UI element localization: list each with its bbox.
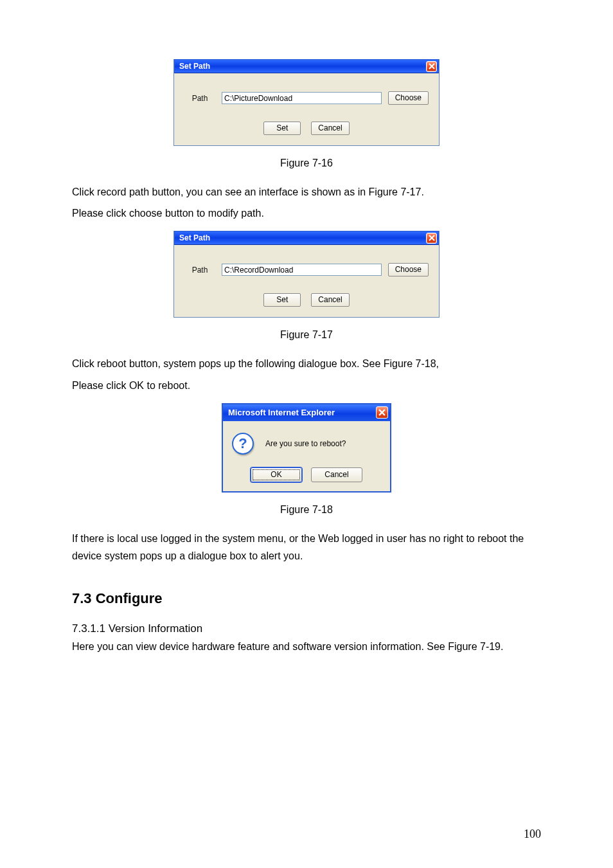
- set-button[interactable]: Set: [263, 122, 301, 135]
- close-icon[interactable]: [426, 233, 437, 244]
- question-icon: ?: [232, 433, 254, 455]
- path-label: Path: [184, 266, 215, 275]
- set-path-dialog-1: Set Path Path Choose Set Cancel: [173, 59, 440, 146]
- figure-caption: Figure 7-16: [72, 158, 541, 169]
- body-paragraph: Click record path button, you can see an…: [72, 183, 541, 201]
- figure-caption: Figure 7-18: [72, 504, 541, 516]
- path-label: Path: [184, 94, 215, 103]
- body-paragraph: If there is local use logged in the syst…: [72, 530, 541, 565]
- dialog-title: Set Path: [179, 62, 210, 71]
- choose-button[interactable]: Choose: [388, 263, 429, 276]
- set-path-dialog-2: Set Path Path Choose Set Cancel: [173, 231, 440, 318]
- cancel-button[interactable]: Cancel: [311, 467, 362, 482]
- close-icon[interactable]: [426, 61, 437, 72]
- dialog-titlebar[interactable]: Set Path: [174, 59, 439, 73]
- subsection-heading: 7.3.1.1 Version Information: [72, 622, 541, 635]
- cancel-button[interactable]: Cancel: [311, 122, 349, 135]
- path-input[interactable]: [222, 264, 382, 276]
- dialog-title: Set Path: [179, 233, 210, 242]
- body-paragraph: Here you can view device hardware featur…: [72, 638, 541, 655]
- dialog-titlebar[interactable]: Microsoft Internet Explorer: [223, 404, 390, 421]
- body-paragraph: Click reboot button, system pops up the …: [72, 355, 541, 372]
- dialog-title: Microsoft Internet Explorer: [228, 408, 335, 417]
- figure-caption: Figure 7-17: [72, 329, 541, 341]
- ok-button[interactable]: OK: [251, 467, 302, 482]
- page-number: 100: [524, 827, 541, 841]
- section-heading: 7.3 Configure: [72, 590, 541, 607]
- body-paragraph: Please click choose button to modify pat…: [72, 204, 541, 222]
- confirm-message: Are you sure to reboot?: [265, 439, 346, 448]
- choose-button[interactable]: Choose: [388, 91, 429, 105]
- dialog-titlebar[interactable]: Set Path: [174, 231, 439, 245]
- cancel-button[interactable]: Cancel: [311, 293, 349, 307]
- set-button[interactable]: Set: [263, 293, 301, 307]
- body-paragraph: Please click OK to reboot.: [72, 377, 541, 394]
- close-icon[interactable]: [376, 406, 388, 419]
- path-input[interactable]: [222, 92, 382, 104]
- ie-confirm-dialog: Microsoft Internet Explorer ? Are you su…: [222, 403, 391, 493]
